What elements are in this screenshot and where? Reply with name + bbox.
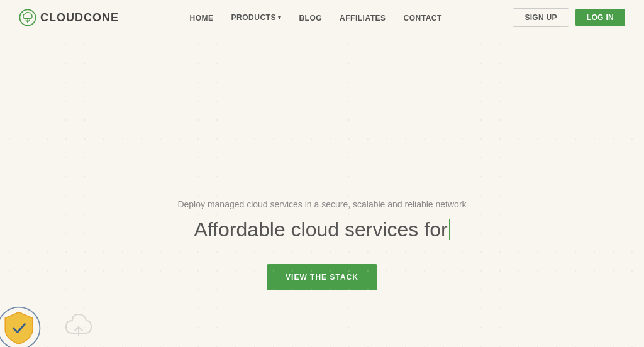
nav-item-products[interactable]: PRODUCTS ▾	[231, 13, 282, 22]
nav-links: HOME PRODUCTS ▾ BLOG AFFILIATES CONTACT	[190, 12, 442, 23]
logo-icon	[19, 9, 36, 26]
shield-icon	[0, 303, 44, 347]
hero-title: Affordable cloud services for	[194, 218, 450, 241]
dot-pattern-bg	[0, 35, 644, 347]
typing-cursor	[449, 219, 450, 240]
nav-link-contact[interactable]: CONTACT	[404, 14, 442, 23]
navbar: CLOUDCONE HOME PRODUCTS ▾ BLOG AFFILIATE…	[0, 0, 644, 35]
nav-item-affiliates[interactable]: AFFILIATES	[340, 12, 386, 23]
nav-link-affiliates[interactable]: AFFILIATES	[340, 14, 386, 23]
nav-item-blog[interactable]: BLOG	[299, 12, 322, 23]
logo-text: CLOUDCONE	[40, 11, 119, 25]
hero-section: Deploy managed cloud services in a secur…	[0, 35, 644, 347]
nav-buttons: SIGN UP LOG IN	[513, 8, 625, 27]
nav-item-home[interactable]: HOME	[190, 12, 214, 23]
nav-link-blog[interactable]: BLOG	[299, 14, 322, 23]
nav-link-products[interactable]: PRODUCTS ▾	[231, 13, 282, 22]
cloud-upload-icon	[63, 309, 101, 341]
nav-item-contact[interactable]: CONTACT	[404, 12, 442, 23]
login-button[interactable]: LOG IN	[575, 9, 625, 26]
logo-link[interactable]: CLOUDCONE	[19, 9, 119, 26]
chevron-down-icon: ▾	[278, 14, 282, 21]
nav-link-home[interactable]: HOME	[190, 14, 214, 23]
hero-subtitle: Deploy managed cloud services in a secur…	[177, 199, 466, 209]
view-stack-button[interactable]: VIEW THE STACK	[267, 264, 377, 290]
signup-button[interactable]: SIGN UP	[513, 8, 569, 27]
